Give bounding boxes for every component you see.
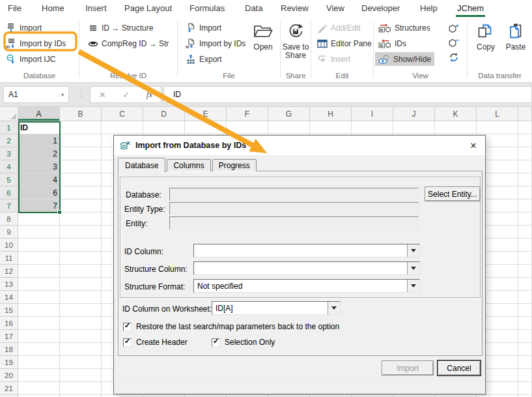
cell-partial[interactable] bbox=[518, 213, 532, 226]
compreg-id-to-str-button[interactable]: CompReg ID → Str bbox=[85, 37, 172, 50]
id-to-structure-button[interactable]: ID → Structure bbox=[85, 21, 172, 35]
cell-A21[interactable] bbox=[18, 382, 60, 395]
structure-format-combo[interactable]: Not specified bbox=[193, 279, 420, 293]
dropdown-arrow-icon[interactable] bbox=[407, 244, 419, 257]
create-header-checkbox[interactable]: Create Header bbox=[123, 338, 188, 347]
tab-review[interactable]: Review bbox=[281, 0, 309, 18]
checkbox-checked-icon[interactable] bbox=[123, 323, 132, 331]
cell-B21[interactable] bbox=[60, 382, 102, 395]
cell-A8[interactable] bbox=[18, 213, 60, 226]
column-header-K[interactable]: K bbox=[435, 107, 477, 121]
cell-B7[interactable] bbox=[60, 199, 102, 213]
worksheet-id-column-combo[interactable]: ID[A] bbox=[212, 301, 341, 315]
column-header-B[interactable]: B bbox=[60, 107, 102, 121]
row-header-21[interactable]: 21 bbox=[0, 382, 18, 395]
cell-A20[interactable] bbox=[18, 369, 60, 382]
cell-B13[interactable] bbox=[60, 278, 102, 291]
cell-G1[interactable] bbox=[268, 121, 310, 134]
tab-developer[interactable]: Developer bbox=[361, 0, 400, 18]
cell-B19[interactable] bbox=[60, 356, 102, 369]
cell-J1[interactable] bbox=[393, 121, 435, 134]
row-header-11[interactable]: 11 bbox=[0, 252, 18, 265]
cell-partial[interactable] bbox=[518, 199, 532, 213]
structure-column-combo[interactable] bbox=[193, 261, 420, 275]
select-entity-button[interactable]: Select Entity... bbox=[425, 186, 481, 201]
cell-partial[interactable] bbox=[518, 147, 532, 160]
cell-A17[interactable] bbox=[18, 330, 60, 343]
cell-L1[interactable] bbox=[477, 121, 518, 134]
cell-H1[interactable] bbox=[310, 121, 352, 134]
dialog-close-button[interactable]: ✕ bbox=[468, 140, 479, 151]
cell-partial[interactable] bbox=[518, 382, 532, 395]
cell-B8[interactable] bbox=[60, 213, 102, 226]
save-to-share-button[interactable]: Save to Share bbox=[281, 20, 311, 60]
open-button[interactable]: Open bbox=[248, 20, 278, 51]
cell-partial[interactable] bbox=[518, 239, 532, 252]
remove-structure-button[interactable]: − bbox=[447, 37, 460, 49]
cell-A2[interactable]: 1 bbox=[18, 134, 60, 147]
row-header-4[interactable]: 4 bbox=[0, 160, 18, 173]
cell-B15[interactable] bbox=[60, 304, 102, 317]
column-header-D[interactable]: D bbox=[143, 107, 185, 121]
cell-B17[interactable] bbox=[60, 330, 102, 343]
name-box-caret-icon[interactable]: ▾ bbox=[61, 92, 64, 98]
tab-jchem[interactable]: JChem bbox=[457, 0, 484, 18]
paste-button[interactable]: Paste bbox=[503, 20, 529, 51]
cell-partial[interactable] bbox=[518, 278, 532, 291]
cell-partial[interactable] bbox=[518, 121, 532, 134]
cell-partial[interactable] bbox=[518, 291, 532, 304]
cell-B1[interactable] bbox=[60, 121, 102, 134]
dropdown-arrow-icon[interactable] bbox=[407, 280, 419, 292]
row-header-10[interactable]: 10 bbox=[0, 239, 18, 252]
row-header-7[interactable]: 7 bbox=[0, 199, 18, 213]
import-button[interactable]: Import bbox=[3, 21, 69, 35]
select-all-corner[interactable] bbox=[0, 107, 18, 121]
cell-A4[interactable]: 3 bbox=[18, 160, 60, 173]
column-header-partial[interactable] bbox=[518, 107, 532, 121]
row-header-1[interactable]: 1 bbox=[0, 121, 18, 134]
cell-A15[interactable] bbox=[18, 304, 60, 317]
tab-insert[interactable]: Insert bbox=[85, 0, 107, 18]
cell-partial[interactable] bbox=[518, 330, 532, 343]
checkbox-checked-icon[interactable] bbox=[123, 338, 132, 347]
show-hide-button[interactable]: Show/Hide bbox=[375, 52, 434, 66]
cell-A13[interactable] bbox=[18, 278, 60, 291]
column-header-H[interactable]: H bbox=[310, 107, 352, 121]
editor-pane-button[interactable]: Editor Pane bbox=[314, 37, 375, 50]
cell-A10[interactable] bbox=[18, 239, 60, 252]
cell-A14[interactable] bbox=[18, 291, 60, 304]
column-header-F[interactable]: F bbox=[227, 107, 268, 121]
cell-B3[interactable] bbox=[60, 147, 102, 160]
cell-A18[interactable] bbox=[18, 343, 60, 356]
tab-formulas[interactable]: Formulas bbox=[189, 0, 225, 18]
row-header-3[interactable]: 3 bbox=[0, 147, 18, 160]
dialog-tab-database[interactable]: Database bbox=[118, 158, 165, 172]
cell-A11[interactable] bbox=[18, 252, 60, 265]
column-header-I[interactable]: I bbox=[352, 107, 393, 121]
cell-partial[interactable] bbox=[518, 173, 532, 186]
cell-partial[interactable] bbox=[518, 160, 532, 173]
cell-partial[interactable] bbox=[518, 304, 532, 317]
cell-A12[interactable] bbox=[18, 265, 60, 278]
dropdown-arrow-icon[interactable] bbox=[328, 302, 340, 314]
file-import-by-ids-button[interactable]: ID Import by IDs bbox=[182, 37, 249, 50]
row-header-16[interactable]: 16 bbox=[0, 317, 18, 330]
fill-handle[interactable] bbox=[57, 210, 62, 214]
row-header-2[interactable]: 2 bbox=[0, 134, 18, 147]
cell-A9[interactable] bbox=[18, 226, 60, 239]
column-header-L[interactable]: L bbox=[477, 107, 518, 121]
copy-button[interactable]: Copy bbox=[473, 20, 499, 51]
cell-B18[interactable] bbox=[60, 343, 102, 356]
cell-A16[interactable] bbox=[18, 317, 60, 330]
column-header-C[interactable]: C bbox=[102, 107, 143, 121]
cell-B5[interactable] bbox=[60, 173, 102, 186]
row-header-14[interactable]: 14 bbox=[0, 291, 18, 304]
cell-B20[interactable] bbox=[60, 369, 102, 382]
enter-entry-icon[interactable]: ✓ bbox=[122, 90, 130, 100]
row-header-8[interactable]: 8 bbox=[0, 213, 18, 226]
column-header-G[interactable]: G bbox=[268, 107, 310, 121]
export-button[interactable]: Export bbox=[182, 52, 249, 66]
tab-home[interactable]: Home bbox=[42, 0, 64, 18]
cell-A5[interactable]: 4 bbox=[18, 173, 60, 186]
row-header-17[interactable]: 17 bbox=[0, 330, 18, 343]
